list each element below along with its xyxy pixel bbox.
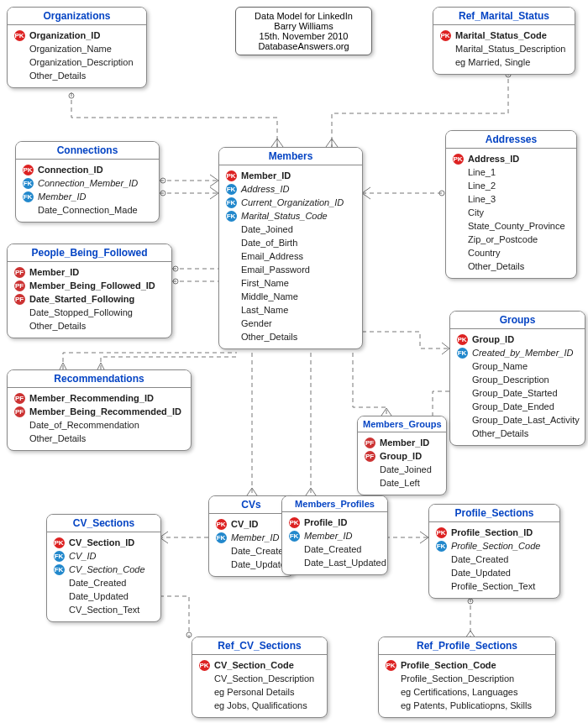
- attribute-name: Other_Details: [26, 321, 86, 331]
- attribute-row: PFDate_Started_Following: [13, 292, 166, 306]
- info-box: Data Model for LinkedIn Barry Williams 1…: [235, 7, 372, 55]
- key-badge: PK: [434, 527, 448, 538]
- entity-connections: Connections PKConnection_IDFKConnection_…: [15, 141, 160, 223]
- attribute-name: Zip_or_Postcode: [465, 234, 538, 244]
- svg-point-8: [468, 599, 473, 604]
- attribute-row: Date_Stopped_Following: [13, 306, 166, 319]
- entity-addresses: Addresses PKAddress_IDLine_1Line_2Line_3…: [445, 130, 577, 279]
- svg-point-7: [186, 632, 192, 637]
- attribute-name: Date_Created: [448, 554, 509, 564]
- attribute-row: Profile_Section_Description: [384, 672, 550, 685]
- attribute-name: Member_ID: [26, 267, 79, 277]
- attribute-name: Marital_Status_Code: [238, 211, 328, 221]
- attribute-row: PFMember_ID: [363, 436, 441, 449]
- attribute-row: FKMember_ID: [214, 531, 288, 544]
- attribute-row: PFGroup_ID: [363, 449, 441, 463]
- attribute-name: Date_Created: [66, 578, 127, 588]
- attribute-row: Other_Details: [451, 259, 571, 273]
- entity-ref-cv-sections: Ref_CV_Sections PKCV_Section_CodeCV_Sect…: [192, 637, 328, 718]
- key-badge: FK: [224, 183, 238, 195]
- attribute-name: Line_2: [465, 181, 496, 191]
- attribute-name: Gender: [238, 318, 272, 328]
- attribute-row: Country: [451, 246, 571, 259]
- attribute-row: Marital_Status_Description: [438, 42, 570, 55]
- attribute-row: Email_Address: [224, 249, 357, 263]
- attribute-row: First_Name: [224, 276, 357, 290]
- entity-title: Members_Profiles: [282, 496, 387, 512]
- attribute-name: Connection_ID: [34, 165, 103, 175]
- attribute-row: Organization_Description: [13, 55, 141, 69]
- attribute-name: Member_ID: [34, 191, 86, 202]
- key-badge: FK: [21, 191, 34, 202]
- attribute-row: PKConnection_ID: [21, 163, 154, 176]
- entity-title: People_Being_Followed: [8, 244, 171, 262]
- attribute-row: Group_Date_Started: [455, 386, 580, 400]
- attribute-name: Profile_Section_Text: [448, 581, 535, 591]
- attribute-name: Date_Created: [301, 544, 362, 554]
- key-badge: PK: [52, 537, 66, 548]
- attribute-row: Profile_Section_Text: [434, 579, 554, 593]
- entity-title: Recommendations: [8, 370, 191, 388]
- attribute-row: Date_Created: [52, 576, 155, 589]
- entity-title: Profile_Sections: [429, 505, 559, 522]
- attribute-name: Date_Created: [228, 546, 289, 556]
- key-badge: PK: [287, 516, 301, 528]
- attribute-row: City: [451, 206, 571, 219]
- attribute-name: CV_Section_ID: [66, 537, 134, 547]
- attribute-name: Organization_ID: [26, 30, 100, 40]
- attribute-row: FKMember_ID: [287, 529, 382, 542]
- attribute-name: Group_Date_Started: [469, 388, 558, 398]
- info-line1: Data Model for LinkedIn: [243, 11, 365, 21]
- attribute-row: eg Married, Single: [438, 55, 570, 69]
- attribute-row: eg Patents, Publicatiopns, Skills: [384, 699, 550, 712]
- attribute-row: Line_2: [451, 179, 571, 192]
- attribute-name: Date_of_Recommendation: [26, 420, 139, 430]
- key-badge: PF: [13, 406, 26, 417]
- attribute-name: CV_ID: [66, 551, 96, 561]
- attribute-name: Last_Name: [238, 305, 288, 315]
- attribute-name: Date_Left: [376, 478, 420, 488]
- key-badge: PF: [13, 392, 26, 404]
- attribute-name: Other_Details: [238, 332, 297, 342]
- attribute-name: First_Name: [238, 278, 289, 288]
- svg-point-6: [173, 279, 178, 284]
- attribute-row: PFMember_Being_Recommended_ID: [13, 405, 186, 418]
- entity-title: CV_Sections: [47, 515, 160, 532]
- svg-point-0: [69, 93, 74, 98]
- entity-title: Ref_Profile_Sections: [379, 637, 555, 655]
- attribute-row: eg Jobs, Qualifications: [197, 699, 322, 712]
- attribute-name: Group_ID: [376, 451, 422, 461]
- attribute-name: Date_of_Birth: [238, 238, 297, 248]
- attribute-name: Date_Connection_Made: [34, 205, 138, 215]
- attribute-row: PKCV_Section_ID: [52, 536, 155, 549]
- attribute-name: Member_Being_Followed_ID: [26, 280, 155, 291]
- key-badge: PK: [384, 659, 397, 671]
- attribute-name: Member_ID: [228, 532, 279, 542]
- attribute-row: Other_Details: [13, 319, 166, 333]
- attribute-row: Group_Date_Last_Activity: [455, 413, 580, 427]
- attribute-row: PKAddress_ID: [451, 152, 571, 165]
- attribute-row: Organization_Name: [13, 42, 141, 55]
- attribute-row: FKAddress_ID: [224, 182, 357, 196]
- svg-point-4: [439, 191, 444, 196]
- attribute-row: Last_Name: [224, 303, 357, 317]
- attribute-row: FKProfile_Section_Code: [434, 539, 554, 553]
- attribute-name: Other_Details: [465, 261, 524, 271]
- entity-title: Ref_Marital_Status: [433, 8, 575, 25]
- key-badge: FK: [52, 563, 66, 575]
- attribute-row: PKCV_ID: [214, 517, 288, 531]
- attribute-row: PFMember_ID: [13, 265, 166, 279]
- key-badge: PF: [13, 293, 26, 305]
- info-line4: DatabaseAnswers.org: [243, 41, 365, 51]
- attribute-name: Member_Being_Recommended_ID: [26, 406, 181, 417]
- key-badge: PF: [363, 450, 376, 462]
- attribute-row: Date_Created: [434, 553, 554, 566]
- key-badge: PK: [224, 170, 238, 181]
- attribute-row: Middle_Name: [224, 290, 357, 303]
- key-badge: FK: [224, 210, 238, 222]
- attribute-name: Profile_Section_Code: [448, 541, 540, 551]
- attribute-name: Group_ID: [469, 334, 514, 344]
- entity-members-groups: Members_Groups PFMember_IDPFGroup_IDDate…: [357, 416, 447, 495]
- entity-title: Groups: [450, 312, 585, 329]
- attribute-row: FKCurrent_Organization_ID: [224, 196, 357, 209]
